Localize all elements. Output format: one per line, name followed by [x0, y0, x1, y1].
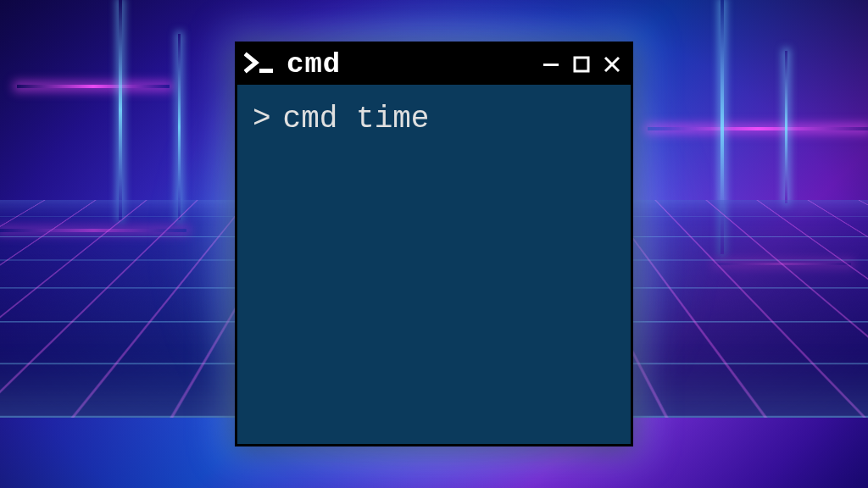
- svg-rect-2: [575, 58, 588, 71]
- svg-rect-0: [259, 69, 273, 73]
- neon-line: [785, 51, 787, 203]
- window-controls: [541, 54, 622, 75]
- command-text: cmd time: [283, 102, 430, 136]
- terminal-body[interactable]: > cmd time: [237, 85, 631, 444]
- titlebar[interactable]: cmd: [237, 44, 631, 85]
- prompt-icon: [244, 52, 278, 77]
- prompt-symbol: >: [253, 102, 271, 136]
- titlebar-left: cmd: [244, 48, 341, 80]
- neon-line: [119, 0, 122, 220]
- close-button[interactable]: [602, 54, 622, 75]
- neon-line: [17, 85, 170, 88]
- terminal-window[interactable]: cmd: [235, 42, 633, 446]
- window-title: cmd: [287, 48, 341, 80]
- desktop-background: cmd: [0, 0, 868, 488]
- maximize-button[interactable]: [571, 54, 592, 75]
- command-line[interactable]: > cmd time: [253, 102, 615, 136]
- minimize-button[interactable]: [541, 54, 561, 75]
- svg-rect-1: [543, 64, 559, 66]
